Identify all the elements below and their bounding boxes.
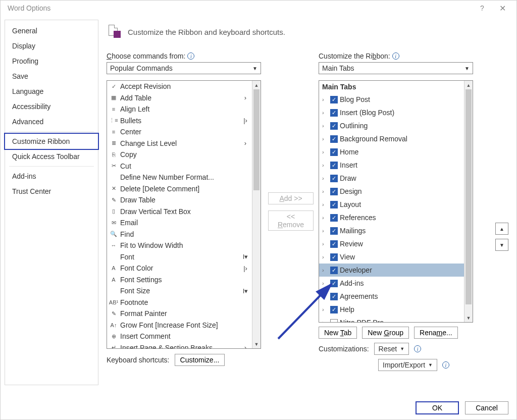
tree-item[interactable]: › ✓ View	[319, 250, 464, 264]
add-button[interactable]: Add >>	[268, 192, 314, 204]
checkbox[interactable]: ✓	[330, 227, 338, 235]
info-icon[interactable]: i	[414, 345, 421, 352]
sidebar-item-addins[interactable]: Add-ins	[5, 169, 98, 184]
tree-scrollbar[interactable]: ▲ ▼	[464, 81, 473, 322]
checkbox[interactable]: ✓	[330, 214, 338, 222]
scroll-down-icon[interactable]: ▼	[464, 313, 473, 322]
command-item[interactable]: ✂ Cut	[107, 161, 252, 172]
sidebar-item-proofing[interactable]: Proofing	[5, 54, 98, 69]
checkbox[interactable]: ✓	[330, 122, 338, 130]
tree-item[interactable]: › ✓ Outlining	[319, 119, 464, 132]
tree-item[interactable]: › ✓ Insert (Blog Post)	[319, 106, 464, 119]
reset-dropdown[interactable]: Reset▼	[374, 343, 409, 355]
checkbox[interactable]: ✓	[330, 280, 338, 287]
sidebar-item-save[interactable]: Save	[5, 69, 98, 84]
move-up-button[interactable]: ▲	[495, 223, 508, 235]
expand-icon[interactable]: ›	[322, 123, 329, 129]
expand-icon[interactable]: ›	[322, 188, 329, 194]
command-item[interactable]: ↔ Fit to Window Width	[107, 240, 252, 251]
rename-button[interactable]: Rename...	[414, 327, 458, 339]
checkbox[interactable]: ✓	[330, 293, 338, 300]
command-item[interactable]: A↑ Grow Font [Increase Font Size]	[107, 320, 252, 331]
help-icon[interactable]: ?	[472, 4, 492, 12]
command-item[interactable]: A Font Settings	[107, 274, 252, 286]
tree-item[interactable]: › ✓ References	[319, 211, 464, 224]
command-item[interactable]: AB¹ Footnote	[107, 297, 252, 308]
tree-item[interactable]: › ✓ Layout	[319, 198, 464, 211]
expand-icon[interactable]: ›	[322, 201, 329, 207]
checkbox[interactable]	[330, 319, 338, 323]
close-icon[interactable]: ✕	[492, 4, 512, 13]
checkbox[interactable]: ✓	[330, 96, 338, 103]
expand-icon[interactable]: ›	[322, 280, 329, 286]
tree-item[interactable]: › ✓ Background Removal	[319, 132, 464, 145]
sidebar-item-accessibility[interactable]: Accessibility	[5, 99, 98, 114]
checkbox[interactable]: ✓	[330, 162, 338, 169]
sidebar-item-trust-center[interactable]: Trust Center	[5, 184, 98, 199]
command-item[interactable]: A Font Color |›	[107, 262, 252, 274]
move-down-button[interactable]: ▼	[495, 239, 508, 251]
scroll-up-icon[interactable]: ▲	[252, 81, 261, 89]
checkbox[interactable]: ✓	[330, 253, 338, 261]
expand-icon[interactable]: ›	[322, 320, 329, 322]
expand-icon[interactable]: ›	[322, 228, 329, 234]
cancel-button[interactable]: Cancel	[465, 401, 508, 414]
tree-item[interactable]: › Nitro PDF Pro	[319, 316, 464, 322]
command-item[interactable]: ✕ Delete [Delete Comment]	[107, 183, 252, 195]
command-item[interactable]: ✎ Format Painter	[107, 308, 252, 320]
tree-item[interactable]: › ✓ Help	[319, 303, 464, 316]
tree-item[interactable]: › ✓ Draw	[319, 172, 464, 185]
command-item[interactable]: ⊕ Insert Comment	[107, 331, 252, 342]
sidebar-item-language[interactable]: Language	[5, 84, 98, 99]
command-item[interactable]: ⎘ Copy	[107, 149, 252, 161]
tree-item[interactable]: › ✓ Developer	[319, 264, 464, 277]
expand-icon[interactable]: ›	[322, 293, 329, 299]
tree-item[interactable]: › ✓ Home	[319, 145, 464, 159]
command-item[interactable]: ▦ Add Table ›	[107, 92, 252, 104]
expand-icon[interactable]: ›	[322, 241, 329, 247]
expand-icon[interactable]: ›	[322, 306, 329, 312]
tree-item[interactable]: › ✓ Design	[319, 185, 464, 198]
sidebar-item-customize-ribbon[interactable]: Customize Ribbon	[4, 133, 99, 150]
tree-item[interactable]: › ✓ Add-ins	[319, 277, 464, 290]
command-item[interactable]: ✉ Email	[107, 217, 252, 229]
command-item[interactable]: 🔍 Find	[107, 229, 252, 240]
expand-icon[interactable]: ›	[322, 136, 329, 142]
expand-icon[interactable]: ›	[322, 215, 329, 221]
expand-icon[interactable]: ›	[322, 162, 329, 168]
checkbox[interactable]: ✓	[330, 201, 338, 208]
checkbox[interactable]: ✓	[330, 109, 338, 117]
commands-listbox[interactable]: ✓ Accept Revision ▦ Add Table ›≡ Align L…	[107, 80, 261, 349]
checkbox[interactable]: ✓	[330, 135, 338, 143]
tree-item[interactable]: › ✓ Mailings	[319, 224, 464, 237]
checkbox[interactable]: ✓	[330, 188, 338, 195]
choose-commands-dropdown[interactable]: Popular Commands ▼	[107, 62, 261, 74]
scroll-down-icon[interactable]: ▼	[252, 340, 261, 348]
command-item[interactable]: ≡ Align Left	[107, 103, 252, 115]
command-item[interactable]: ✎ Draw Table	[107, 194, 252, 206]
command-item[interactable]: Font I▾	[107, 251, 252, 263]
info-icon[interactable]: i	[187, 52, 194, 60]
info-icon[interactable]: i	[442, 361, 449, 369]
command-item[interactable]: ↵ Insert Page & Section Breaks ›	[107, 342, 252, 349]
tree-item[interactable]: › ✓ Agreements	[319, 290, 464, 303]
import-export-dropdown[interactable]: Import/Export▼	[378, 359, 437, 371]
sidebar-item-advanced[interactable]: Advanced	[5, 114, 98, 129]
tree-item[interactable]: › ✓ Blog Post	[319, 93, 464, 106]
command-item[interactable]: Font Size I▾	[107, 285, 252, 297]
command-item[interactable]: Define New Number Format...	[107, 172, 252, 183]
command-item[interactable]: ≡ Center	[107, 126, 252, 138]
new-group-button[interactable]: New Group	[362, 327, 409, 339]
tree-item[interactable]: › ✓ Insert	[319, 159, 464, 172]
sidebar-item-quick-access[interactable]: Quick Access Toolbar	[5, 149, 98, 164]
new-tab-button[interactable]: New Tab	[319, 327, 357, 339]
tree-item[interactable]: › ✓ Review	[319, 237, 464, 250]
checkbox[interactable]: ✓	[330, 267, 338, 274]
expand-icon[interactable]: ›	[322, 110, 329, 116]
checkbox[interactable]: ✓	[330, 148, 338, 156]
expand-icon[interactable]: ›	[322, 267, 329, 273]
checkbox[interactable]: ✓	[330, 175, 338, 182]
checkbox[interactable]: ✓	[330, 240, 338, 248]
command-item[interactable]: ⋮≡ Bullets |›	[107, 115, 252, 127]
commands-scrollbar[interactable]: ▲ ▼	[252, 81, 261, 348]
